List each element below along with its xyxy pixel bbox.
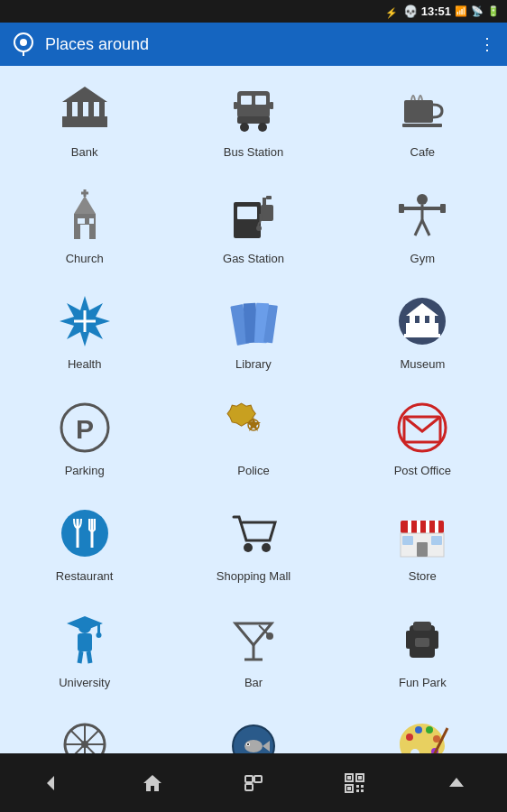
police-icon-container <box>223 397 284 458</box>
svg-rect-77 <box>431 536 442 545</box>
grid-item-bank[interactable]: Bank <box>0 66 169 172</box>
health-label: Health <box>68 357 102 372</box>
status-time: 13:51 <box>421 5 451 18</box>
signal-icon: 📶 <box>455 5 467 17</box>
store-icon <box>395 506 449 560</box>
svg-point-64 <box>61 510 108 557</box>
museum-icon-container <box>392 291 453 352</box>
page-title: Places around <box>45 35 479 54</box>
shopping-mall-label: Shopping Mall <box>217 569 290 584</box>
svg-rect-39 <box>440 204 446 213</box>
skull-icon: 💀 <box>403 5 418 18</box>
grid-item-fun-park[interactable]: Aquarium <box>0 703 169 753</box>
back-button[interactable] <box>32 765 69 801</box>
svg-rect-53 <box>429 316 435 323</box>
svg-rect-38 <box>399 204 404 213</box>
library-icon-container <box>223 291 284 352</box>
grid-item-school[interactable]: Fun Park <box>338 596 507 703</box>
grid-item-gas-station[interactable]: Gas Station <box>169 172 337 279</box>
grid-item-museum[interactable]: Museum <box>338 278 507 384</box>
recents-button[interactable] <box>235 765 272 801</box>
grid-item-shopping-mall[interactable]: Shopping Mall <box>169 490 337 596</box>
bar-label: Bar <box>244 676 263 690</box>
gym-icon-container <box>392 185 453 246</box>
svg-point-2 <box>20 39 27 46</box>
bus-station-label: Bus Station <box>224 145 284 160</box>
school-icon-container <box>392 609 453 670</box>
health-icon-container <box>54 291 115 352</box>
svg-marker-195 <box>449 778 464 787</box>
svg-rect-183 <box>254 776 262 782</box>
police-label: Police <box>237 464 269 478</box>
grid-item-library[interactable]: Library <box>169 278 337 384</box>
church-icon <box>58 189 112 243</box>
svg-rect-25 <box>80 225 89 239</box>
restaurant-icon <box>58 506 112 560</box>
svg-point-68 <box>262 543 271 552</box>
cafe-icon <box>395 82 449 136</box>
grid-item-art-gallery[interactable]: Beauty Salon <box>338 703 507 753</box>
post-office-icon-container <box>392 397 453 458</box>
parking-icon: P <box>58 401 112 455</box>
battery-icon: 🔋 <box>487 5 500 17</box>
grid-item-university[interactable]: University <box>0 596 169 703</box>
svg-rect-191 <box>356 785 359 788</box>
home-button[interactable] <box>134 765 171 801</box>
svg-rect-82 <box>78 633 92 651</box>
svg-rect-7 <box>88 102 94 116</box>
usb-icon: ⚡ <box>385 6 400 17</box>
svg-line-40 <box>415 220 422 235</box>
places-grid: Bank Bus Station <box>0 66 507 753</box>
bus-station-icon <box>226 82 281 136</box>
grid-item-gym[interactable]: Gym <box>338 172 507 279</box>
svg-rect-93 <box>406 631 411 649</box>
svg-rect-91 <box>413 622 431 631</box>
svg-line-83 <box>79 651 81 663</box>
shopping-mall-icon-container <box>223 503 284 564</box>
cafe-icon-container <box>392 78 453 140</box>
svg-rect-32 <box>266 196 272 199</box>
restaurant-label: Restaurant <box>56 569 114 584</box>
location-icon <box>11 32 36 57</box>
gas-station-label: Gas Station <box>223 252 284 266</box>
wifi-icon: 📡 <box>471 5 484 17</box>
svg-point-81 <box>96 632 101 638</box>
grid-item-police[interactable]: Police <box>169 384 337 491</box>
grid-item-cafe[interactable]: Cafe <box>338 66 507 172</box>
svg-rect-92 <box>415 638 429 647</box>
svg-line-41 <box>422 220 429 235</box>
svg-rect-50 <box>406 323 438 336</box>
svg-rect-51 <box>410 316 415 323</box>
svg-rect-27 <box>89 218 94 224</box>
overflow-menu-icon[interactable]: ⋮ <box>479 34 496 54</box>
grid-item-bar[interactable]: Bar <box>169 596 337 703</box>
svg-point-100 <box>81 741 88 748</box>
svg-point-34 <box>256 226 262 231</box>
grid-item-parking[interactable]: P Parking <box>0 384 169 491</box>
grid-item-health[interactable]: Health <box>0 278 169 384</box>
grid-item-post-office[interactable]: Post Office <box>338 384 507 491</box>
qr-button[interactable] <box>336 765 373 801</box>
svg-rect-186 <box>347 776 351 780</box>
gas-station-icon-container <box>223 185 284 246</box>
grid-item-church[interactable]: Church <box>0 172 169 279</box>
grid-item-bus-station[interactable]: Bus Station <box>169 66 337 172</box>
grid-item-restaurant[interactable]: Restaurant <box>0 490 169 596</box>
grid-item-aquarium[interactable]: Art Gallery <box>169 703 337 753</box>
svg-rect-6 <box>78 102 83 116</box>
aquarium-icon <box>226 719 281 753</box>
navigation-bar <box>0 753 507 812</box>
svg-point-109 <box>406 734 413 741</box>
grid-item-store[interactable]: Store <box>338 490 507 596</box>
fun-park-icon-container <box>54 715 115 753</box>
gym-icon <box>395 189 449 243</box>
svg-rect-20 <box>402 124 442 127</box>
gas-station-icon <box>226 189 281 243</box>
svg-rect-194 <box>361 789 364 792</box>
church-label: Church <box>66 252 104 266</box>
svg-point-111 <box>426 726 433 734</box>
svg-rect-10 <box>62 124 107 127</box>
svg-rect-13 <box>255 96 266 105</box>
menu-up-button[interactable] <box>438 765 475 801</box>
svg-rect-75 <box>417 542 428 557</box>
